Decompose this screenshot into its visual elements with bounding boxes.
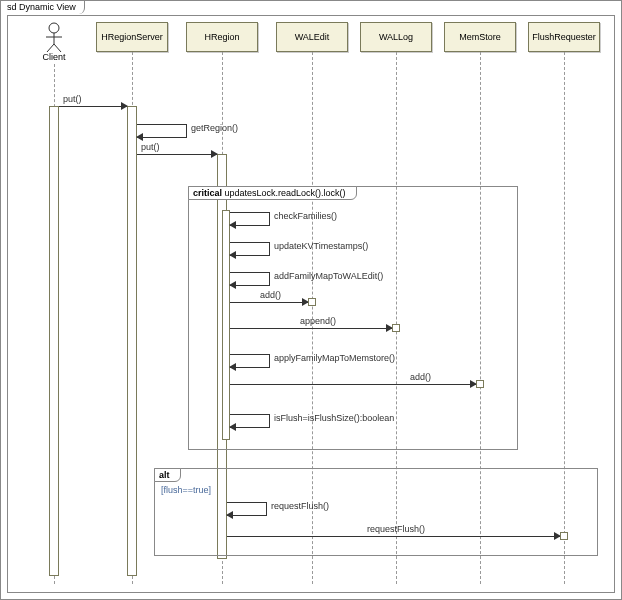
alt-guard: [flush==true] — [161, 485, 211, 495]
fragment-critical-tab: critical updatesLock.readLock().lock() — [188, 186, 357, 200]
msg-requestflush-self: requestFlush() — [227, 502, 267, 516]
msg-append-wallog: append() — [230, 322, 392, 334]
diagram-canvas: Client HRegionServer HRegion WALEdit WAL… — [7, 15, 615, 593]
msg-requestflush: requestFlush() — [227, 530, 560, 542]
lifeline-waledit: WALEdit — [276, 22, 348, 52]
activation-hregion-inner — [222, 210, 230, 440]
svg-line-4 — [54, 44, 61, 52]
activation-wallog — [392, 324, 400, 332]
activation-hregionserver — [127, 106, 137, 576]
fragment-alt: alt [flush==true] — [154, 468, 598, 556]
msg-put2: put() — [137, 148, 217, 160]
fragment-critical-text: updatesLock.readLock().lock() — [225, 188, 346, 198]
msg-isflush: isFlush=isFlushSize():boolean — [230, 414, 270, 428]
msg-addfamilywal: addFamilyMapToWALEdit() — [230, 272, 270, 286]
activation-waledit — [308, 298, 316, 306]
actor-client: Client — [34, 22, 74, 62]
fragment-alt-tab: alt — [154, 468, 181, 482]
msg-checkfamilies: checkFamilies() — [230, 212, 270, 226]
frame-title-tab: sd Dynamic View — [0, 0, 85, 14]
lifeline-flushrequester: FlushRequester — [528, 22, 600, 52]
lifeline-hregion: HRegion — [186, 22, 258, 52]
sequence-diagram-frame: sd Dynamic View Client HRegionServer HRe… — [0, 0, 622, 600]
fragment-critical-label: critical — [193, 188, 222, 198]
msg-put: put() — [59, 100, 127, 112]
frame-title: sd Dynamic View — [7, 2, 76, 12]
msg-add-waledit: add() — [230, 296, 308, 308]
activation-memstore — [476, 380, 484, 388]
lifeline-wallog: WALLog — [360, 22, 432, 52]
svg-line-3 — [47, 44, 54, 52]
lifeline-hregionserver: HRegionServer — [96, 22, 168, 52]
lifeline-memstore: MemStore — [444, 22, 516, 52]
msg-updatekvts: updateKVTimestamps() — [230, 242, 270, 256]
actor-label: Client — [34, 52, 74, 62]
svg-point-0 — [49, 23, 59, 33]
fragment-alt-label: alt — [159, 470, 170, 480]
actor-icon — [43, 22, 65, 52]
msg-getregion: getRegion() — [137, 124, 187, 138]
activation-client — [49, 106, 59, 576]
msg-add-memstore: add() — [230, 378, 476, 390]
msg-applymemstore: applyFamilyMapToMemstore() — [230, 354, 270, 368]
activation-flushrequester — [560, 532, 568, 540]
